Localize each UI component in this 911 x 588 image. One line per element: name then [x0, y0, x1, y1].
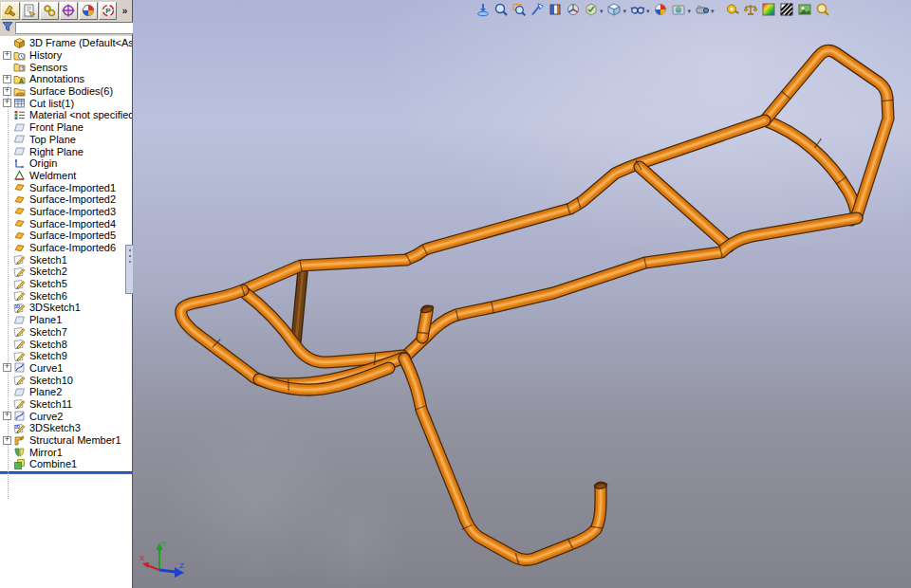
- panel-tab-propertymanager[interactable]: [21, 2, 40, 20]
- curve-icon: [13, 362, 27, 375]
- expand-plus-icon[interactable]: +: [3, 412, 11, 420]
- tree-filter-input[interactable]: [15, 22, 146, 34]
- tree-item-surface-imported5[interactable]: Surface-Imported5: [0, 230, 132, 242]
- surface-imported-icon: [13, 193, 27, 206]
- expand-plus-icon[interactable]: +: [3, 363, 11, 372]
- measure-button[interactable]: [725, 2, 741, 18]
- tree-item-annotations[interactable]: +AAnnotations: [0, 73, 132, 85]
- tree-item-surface-imported4[interactable]: Surface-Imported4: [0, 217, 132, 230]
- tree-item-sensors[interactable]: Sensors: [0, 61, 132, 73]
- apply-scene-button[interactable]: [671, 2, 687, 18]
- annotations-icon: A: [13, 73, 27, 85]
- view-selector-button[interactable]: [583, 2, 599, 18]
- tree-item-label: Combine1: [29, 458, 77, 469]
- surface-imported-icon: [13, 206, 27, 218]
- zoom-area-button[interactable]: [511, 2, 527, 18]
- tree-item-plane2[interactable]: Plane2: [0, 386, 132, 398]
- expand-plus-icon[interactable]: +: [3, 99, 11, 107]
- tree-item-curve2[interactable]: +Curve2: [0, 410, 132, 422]
- tree-item-label: Surface Bodies(6): [29, 85, 113, 97]
- tree-item-label: Surface-Imported4: [29, 218, 116, 230]
- view-orientation-button[interactable]: [565, 2, 581, 18]
- tree-item-origin[interactable]: Origin: [0, 157, 132, 170]
- tree-item-material-not-specified[interactable]: Material <not specified>: [0, 109, 132, 121]
- tubular-frame-model: YXZ: [133, 0, 911, 588]
- panel-tab-displaymanager[interactable]: [79, 2, 98, 20]
- normal-to-button[interactable]: [474, 2, 491, 18]
- tree-item-surface-imported6[interactable]: Surface-Imported6: [0, 242, 132, 254]
- heads-up-toolbar: ▾▾▾▾▾: [474, 1, 833, 18]
- tree-item-surface-bodies-6[interactable]: +Surface Bodies(6): [0, 85, 132, 98]
- tree-item-right-plane[interactable]: Right Plane: [0, 145, 132, 157]
- tree-item-sketch6[interactable]: Sketch6: [0, 289, 132, 302]
- zebra-stripes-button[interactable]: [779, 2, 795, 18]
- tree-item-3d-frame-default-as-machined[interactable]: 3D Frame (Default<As Machined: [0, 37, 132, 49]
- magnified-selection-icon: [818, 5, 829, 16]
- section-properties-button[interactable]: [743, 2, 759, 18]
- tree-item-plane1[interactable]: Plane1: [0, 314, 132, 326]
- feature-tree: 3D Frame (Default<As Machined+HistorySen…: [0, 36, 132, 588]
- expand-plus-icon[interactable]: +: [3, 51, 11, 60]
- mirror-icon: [13, 446, 27, 458]
- part-icon: [13, 37, 27, 49]
- tree-item-weldment[interactable]: Weldment: [0, 170, 132, 182]
- sensors-icon: [13, 61, 27, 73]
- view-settings-button[interactable]: [694, 2, 710, 18]
- tree-item-sketch11[interactable]: Sketch11: [0, 398, 132, 411]
- plane-icon: [13, 145, 27, 157]
- dropdown-caret-icon[interactable]: ▾: [688, 8, 692, 15]
- tree-item-front-plane[interactable]: Front Plane: [0, 121, 132, 134]
- panel-tab-configurationmanager[interactable]: [40, 2, 59, 20]
- tree-item-surface-imported3[interactable]: Surface-Imported3: [0, 206, 132, 218]
- zoom-fit-button[interactable]: [493, 2, 509, 18]
- tree-item-surface-imported1[interactable]: Surface-Imported1: [0, 181, 132, 193]
- tree-item-3dsketch3[interactable]: 3D3DSketch3: [0, 422, 132, 434]
- realview-button[interactable]: [797, 2, 813, 18]
- tree-item-sketch8[interactable]: Sketch8: [0, 338, 132, 350]
- expand-plus-icon[interactable]: +: [3, 436, 11, 445]
- tree-item-sketch5[interactable]: Sketch5: [0, 278, 132, 290]
- expand-plus-icon[interactable]: +: [3, 75, 11, 83]
- tree-item-sketch2[interactable]: Sketch2: [0, 266, 132, 278]
- panel-tab-dimxpertmanager[interactable]: [60, 2, 79, 20]
- dropdown-caret-icon[interactable]: ▾: [646, 8, 650, 15]
- tree-item-3dsketch1[interactable]: 3D3DSketch1: [0, 302, 132, 314]
- tree-item-sketch7[interactable]: Sketch7: [0, 326, 132, 339]
- tree-item-sketch1[interactable]: Sketch1: [0, 253, 132, 266]
- panel-tab-custom-properties[interactable]: P: [99, 2, 118, 20]
- graphics-area[interactable]: YXZ ▾▾▾▾▾: [133, 0, 911, 588]
- tree-item-combine1[interactable]: Combine1: [0, 458, 132, 470]
- svg-text:3D: 3D: [14, 424, 21, 429]
- sketch-icon: [13, 278, 27, 290]
- structural-member-icon: [13, 434, 27, 447]
- panel-splitter-handle[interactable]: [125, 245, 133, 294]
- expand-plus-icon[interactable]: +: [3, 87, 11, 96]
- previous-view-button[interactable]: [529, 2, 545, 18]
- tree-item-top-plane[interactable]: Top Plane: [0, 134, 132, 146]
- tree-item-curve1[interactable]: +Curve1: [0, 362, 132, 375]
- tree-item-structural-member1[interactable]: +Structural Member1: [0, 434, 132, 447]
- tree-item-sketch9[interactable]: Sketch9: [0, 350, 132, 362]
- edit-appearance-icon: [656, 5, 666, 15]
- tree-item-history[interactable]: +History: [0, 49, 132, 62]
- dropdown-caret-icon[interactable]: ▾: [600, 8, 604, 15]
- display-style-button[interactable]: [606, 2, 623, 18]
- tree-item-cut-list-1[interactable]: +Cut list(1): [0, 97, 132, 109]
- section-view-button[interactable]: [547, 2, 563, 18]
- apply-scene-icon: [673, 6, 684, 14]
- displaymanager-icon: [83, 5, 93, 15]
- tree-item-mirror1[interactable]: Mirror1: [0, 446, 132, 458]
- panel-tab-bar: P»: [0, 0, 132, 20]
- rollback-bar[interactable]: [0, 471, 132, 474]
- dropdown-caret-icon[interactable]: ▾: [623, 8, 627, 15]
- panel-tab-featuremanager[interactable]: [1, 2, 20, 20]
- edit-appearance-button[interactable]: [653, 2, 669, 18]
- appearances-button[interactable]: [761, 2, 777, 18]
- tree-item-sketch10[interactable]: Sketch10: [0, 374, 132, 386]
- tree-item-surface-imported2[interactable]: Surface-Imported2: [0, 193, 132, 206]
- tab-overflow-chevron[interactable]: »: [119, 6, 131, 16]
- dropdown-caret-icon[interactable]: ▾: [711, 8, 715, 15]
- hide-show-items-button[interactable]: [629, 2, 645, 18]
- magnified-selection-button[interactable]: [815, 2, 831, 18]
- sketch-icon: [13, 289, 27, 302]
